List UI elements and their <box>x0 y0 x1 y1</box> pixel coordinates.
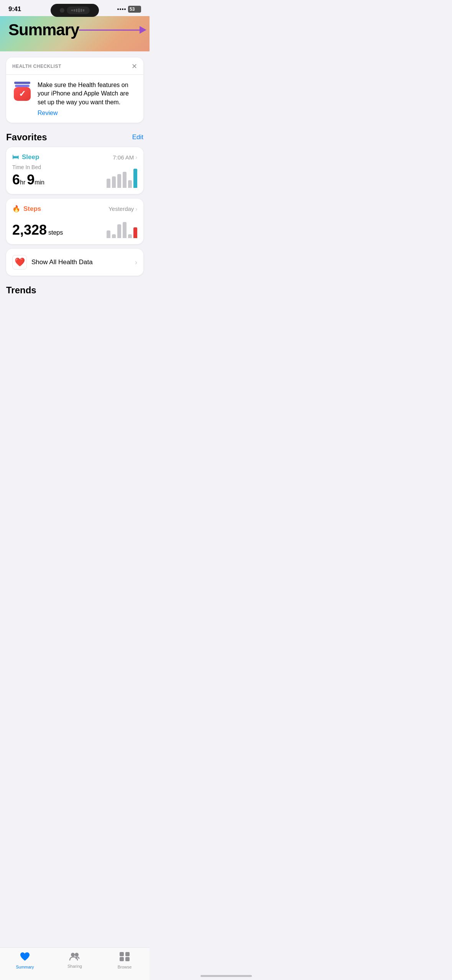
svg-rect-1 <box>74 9 75 12</box>
review-link[interactable]: Review <box>38 110 58 116</box>
trends-header: Trends <box>6 285 143 296</box>
bar <box>112 176 116 188</box>
arrow-head <box>140 26 146 34</box>
svg-rect-2 <box>76 9 77 12</box>
health-checklist-card: HEALTH CHECKLIST ✕ ✓ Make sure the Healt… <box>6 58 143 123</box>
sleep-minutes: 9 <box>27 172 35 187</box>
steps-count: 2,328 <box>12 222 47 238</box>
sleep-card[interactable]: 🛏 Sleep 7:06 AM › Time In Bed 6hr 9min <box>6 147 143 194</box>
wifi-icon <box>117 8 126 10</box>
checklist-body: ✓ Make sure the Health features on your … <box>6 75 143 123</box>
sleep-chevron-icon: › <box>135 154 137 160</box>
sleep-label: Sleep <box>22 153 39 161</box>
sleep-data-label: Time In Bed <box>12 164 107 170</box>
header-right-actions: SG <box>79 20 150 40</box>
battery-level: 53 <box>130 7 135 12</box>
favorites-header: Favorites Edit <box>6 132 143 143</box>
steps-time: Yesterday <box>108 206 134 212</box>
steps-card-content: 2,328 steps <box>12 216 137 238</box>
status-right: 53 <box>117 6 141 13</box>
checklist-text: Make sure the Health features on your iP… <box>38 81 137 117</box>
health-icon-box: ❤️ <box>12 255 27 270</box>
steps-icon: 🔥 <box>12 205 20 213</box>
battery-indicator: 53 <box>128 6 141 13</box>
sleep-time: 7:06 AM <box>113 154 134 161</box>
svg-rect-3 <box>78 8 80 12</box>
favorites-title: Favorites <box>6 132 47 143</box>
bar <box>123 222 127 238</box>
header: Summary SG <box>0 16 150 51</box>
checklist-description: Make sure the Health features on your iP… <box>38 81 137 107</box>
bar <box>117 224 121 238</box>
header-row: Summary SG <box>8 16 141 40</box>
sleep-timestamp: 7:06 AM › <box>113 154 137 161</box>
checklist-icon: ✓ <box>12 81 32 101</box>
bar <box>133 227 137 238</box>
check-mark-icon: ✓ <box>19 89 26 99</box>
edit-button[interactable]: Edit <box>132 133 143 141</box>
checklist-header: HEALTH CHECKLIST ✕ <box>6 58 143 75</box>
steps-data-value: 2,328 steps <box>12 222 107 238</box>
bar <box>123 172 127 188</box>
dynamic-island <box>51 4 99 17</box>
svg-rect-0 <box>71 10 73 11</box>
steps-label: Steps <box>23 205 41 213</box>
steps-timestamp: Yesterday › <box>108 206 137 212</box>
steps-bar-chart <box>107 219 137 238</box>
sleep-hours-unit: hr <box>20 179 25 186</box>
close-button[interactable]: ✕ <box>131 63 137 70</box>
main-content: HEALTH CHECKLIST ✕ ✓ Make sure the Healt… <box>0 51 150 342</box>
sleep-card-content: Time In Bed 6hr 9min <box>12 164 137 188</box>
sleep-bar-chart <box>107 169 137 188</box>
sleep-hours: 6 <box>12 172 20 187</box>
heart-icon: ❤️ <box>15 257 25 267</box>
checklist-icon-line1 <box>14 82 30 84</box>
arrow-line <box>79 30 140 31</box>
page-title: Summary <box>8 21 79 39</box>
svg-rect-4 <box>81 9 82 12</box>
sleep-card-header: 🛏 Sleep 7:06 AM › <box>12 153 137 161</box>
bar <box>107 179 110 188</box>
camera-pill <box>67 7 90 14</box>
status-bar: 9:41 53 <box>0 0 150 16</box>
bar <box>128 180 132 188</box>
trends-title: Trends <box>6 285 36 296</box>
status-time: 9:41 <box>8 5 21 13</box>
show-all-label: Show All Health Data <box>31 258 130 266</box>
show-all-chevron-icon: › <box>135 258 137 266</box>
sleep-icon: 🛏 <box>12 153 19 161</box>
bar <box>128 234 132 238</box>
sleep-data: Time In Bed 6hr 9min <box>12 164 107 188</box>
camera-dot <box>60 8 64 13</box>
favorites-section: Favorites Edit 🛏 Sleep 7:06 AM › Time In… <box>6 132 143 276</box>
sleep-minutes-unit: min <box>35 179 44 186</box>
steps-chevron-icon: › <box>135 206 137 212</box>
bar <box>112 234 116 238</box>
sleep-category: 🛏 Sleep <box>12 153 39 161</box>
svg-rect-5 <box>83 9 84 12</box>
checklist-icon-box: ✓ <box>14 87 31 101</box>
purple-arrow <box>79 26 146 34</box>
sleep-data-value: 6hr 9min <box>12 172 107 188</box>
bar <box>117 174 121 188</box>
steps-category: 🔥 Steps <box>12 205 41 213</box>
show-all-health-card[interactable]: ❤️ Show All Health Data › <box>6 249 143 276</box>
steps-unit: steps <box>48 229 63 236</box>
bar <box>133 169 137 188</box>
bar <box>107 230 110 238</box>
checklist-section-title: HEALTH CHECKLIST <box>12 64 61 69</box>
trends-section: Trends <box>6 285 143 296</box>
steps-card[interactable]: 🔥 Steps Yesterday › 2,328 steps <box>6 199 143 244</box>
steps-data: 2,328 steps <box>12 216 107 238</box>
steps-card-header: 🔥 Steps Yesterday › <box>12 205 137 213</box>
